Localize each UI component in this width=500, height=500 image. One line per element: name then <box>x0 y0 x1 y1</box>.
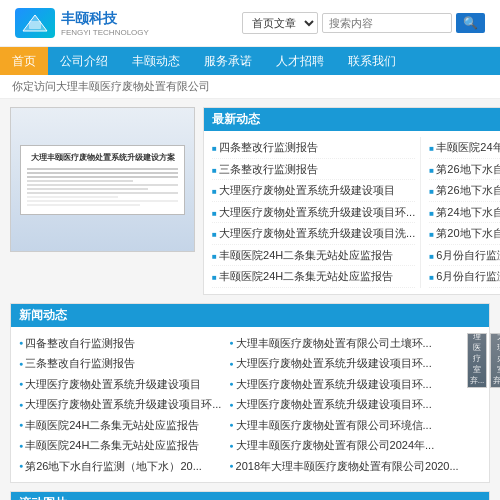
list-item[interactable]: 第20地下水自行监测（地下水）20... <box>429 223 500 245</box>
new-news-row: 四备整改自行监测报告 三条整改自行监测报告 大理医疗废物处置系统升级建设项目 大… <box>19 333 481 477</box>
list-item[interactable]: 大理丰颐医疗废物处置有限公司环境信... <box>229 415 458 436</box>
list-item[interactable]: 大理医疗废物处置系统升级建设项目环... <box>212 202 415 224</box>
list-item[interactable]: 大理丰颐医疗废物处置有限公司2024年... <box>229 435 458 456</box>
list-item[interactable]: 大理医疗废物处置系统升级建设项目洗... <box>212 223 415 245</box>
search-button[interactable]: 🔍 <box>456 13 485 33</box>
list-item[interactable]: 大理丰颐医疗废物处置有限公司土壤环... <box>229 333 458 354</box>
list-item[interactable]: 6月份自行监测（地下水）2024年度 <box>429 266 500 288</box>
main-content: 大理丰颐医疗废物处置系统升级建设方案 <box>0 99 500 500</box>
list-item[interactable]: 丰颐医院24H二条集无站处应监报告 <box>212 266 415 288</box>
news-doc-title: 大理丰颐医疗废物处置系统升级建设方案 <box>27 152 178 164</box>
nav-item-service[interactable]: 服务承诺 <box>192 47 264 75</box>
logo-chinese: 丰颐科技 <box>61 10 149 28</box>
svg-rect-1 <box>29 21 41 29</box>
search-select[interactable]: 首页文章 全部 <box>242 12 318 34</box>
list-item[interactable]: 大理医疗废物处置系统升级建设项目 <box>19 374 221 395</box>
latest-news-col-right: 丰颐医院24年二条集无站处应监报告 第26地下水自行监测（地下水）20... 第… <box>421 137 500 288</box>
list-item[interactable]: 6月份自行监测（有收DA003）... <box>429 245 500 267</box>
nav-item-home[interactable]: 首页 <box>0 47 48 75</box>
list-item[interactable]: 大理医疗废物处置系统升级建设项目环... <box>19 394 221 415</box>
new-news-col-3-photos: 大理医疗室弃... 大理办室弃... 大理丰颐公司... <box>467 333 500 477</box>
list-item[interactable]: 大理医疗废物处置系统升级建设项目环... <box>229 394 458 415</box>
list-item[interactable]: 丰颐医院24H二条集无站处应监报告 <box>212 245 415 267</box>
news-image-box: 大理丰颐医疗废物处置系统升级建设方案 <box>10 107 195 295</box>
list-item[interactable]: 四条整改行监测报告 <box>212 137 415 159</box>
news-image-inner: 大理丰颐医疗废物处置系统升级建设方案 <box>11 108 194 251</box>
nav-item-about[interactable]: 公司介绍 <box>48 47 120 75</box>
list-item[interactable]: 丰颐医院24H二条集无站处应监报告 <box>19 435 221 456</box>
latest-news-section: 最新动态 四条整改行监测报告 三条整改行监测报告 大理医疗废物处置系统升级建设项… <box>203 107 500 295</box>
new-news-section: 新闻动态 四备整改自行监测报告 三条整改自行监测报告 大理医疗废物处置系统升级建… <box>10 303 490 484</box>
photo-gallery-section: 滚动图片 2020年1月... 大理丰颐公司... 大理丰颐医疗... <box>10 491 490 500</box>
search-input[interactable] <box>322 13 452 33</box>
photo-caption: 大理医疗室弃... <box>468 333 487 387</box>
photo-thumb-small-2[interactable]: 大理办室弃... <box>490 333 500 388</box>
header: 丰颐科技 FENGYI TECHNOLOGY 首页文章 全部 🔍 <box>0 0 500 47</box>
list-item[interactable]: 三条整改行监测报告 <box>212 159 415 181</box>
list-item[interactable]: 第26地下水自行监测（地下水）20... <box>19 456 221 477</box>
list-item[interactable]: 2018年大理丰颐医疗废物处置有限公司2020... <box>229 456 458 477</box>
news-image: 大理丰颐医疗废物处置系统升级建设方案 <box>10 107 195 252</box>
logo-icon <box>15 8 55 38</box>
latest-news-col-left: 四条整改行监测报告 三条整改行监测报告 大理医疗废物处置系统升级建设项目 大理医… <box>212 137 421 288</box>
breadcrumb: 你定访问大理丰颐医疗废物处置有限公司 <box>0 75 500 99</box>
nav-item-recruit[interactable]: 人才招聘 <box>264 47 336 75</box>
search-area: 首页文章 全部 🔍 <box>242 12 485 34</box>
new-news-title: 新闻动态 <box>11 304 489 327</box>
photo-thumb-small-1[interactable]: 大理医疗室弃... <box>467 333 488 388</box>
list-item[interactable]: 大理医疗废物处置系统升级建设项目 <box>212 180 415 202</box>
new-news-content: 四备整改自行监测报告 三条整改自行监测报告 大理医疗废物处置系统升级建设项目 大… <box>11 327 489 483</box>
list-item[interactable]: 大理医疗废物处置系统升级建设项目环... <box>229 353 458 374</box>
latest-news-title: 最新动态 <box>204 108 500 131</box>
latest-news-cols: 四条整改行监测报告 三条整改行监测报告 大理医疗废物处置系统升级建设项目 大理医… <box>212 137 500 288</box>
new-news-col-2: 大理丰颐医疗废物处置有限公司土壤环... 大理医疗废物处置系统升级建设项目环..… <box>229 333 458 477</box>
logo-english: FENGYI TECHNOLOGY <box>61 28 149 37</box>
main-nav: 首页 公司介绍 丰颐动态 服务承诺 人才招聘 联系我们 <box>0 47 500 75</box>
list-item[interactable]: 第26地下水自行监测（地下水）20... <box>429 180 500 202</box>
list-item[interactable]: 大理医疗废物处置系统升级建设项目环... <box>229 374 458 395</box>
nav-item-contact[interactable]: 联系我们 <box>336 47 408 75</box>
list-item[interactable]: 丰颐医院24H二条集无站处应监报告 <box>19 415 221 436</box>
top-content-row: 大理丰颐医疗废物处置系统升级建设方案 <box>10 107 490 295</box>
photo-gallery-title: 滚动图片 <box>11 492 489 500</box>
list-item[interactable]: 第24地下水自行监测（地下水）20... <box>429 202 500 224</box>
photo-caption: 大理办室弃... <box>491 333 500 387</box>
new-news-col-1: 四备整改自行监测报告 三条整改自行监测报告 大理医疗废物处置系统升级建设项目 大… <box>19 333 221 477</box>
list-item[interactable]: 三条整改自行监测报告 <box>19 353 221 374</box>
list-item[interactable]: 四备整改自行监测报告 <box>19 333 221 354</box>
list-item[interactable]: 第26地下水自行监测（地下水）20... <box>429 159 500 181</box>
nav-item-news[interactable]: 丰颐动态 <box>120 47 192 75</box>
logo: 丰颐科技 FENGYI TECHNOLOGY <box>15 8 149 38</box>
logo-text: 丰颐科技 FENGYI TECHNOLOGY <box>61 10 149 37</box>
list-item[interactable]: 丰颐医院24年二条集无站处应监报告 <box>429 137 500 159</box>
